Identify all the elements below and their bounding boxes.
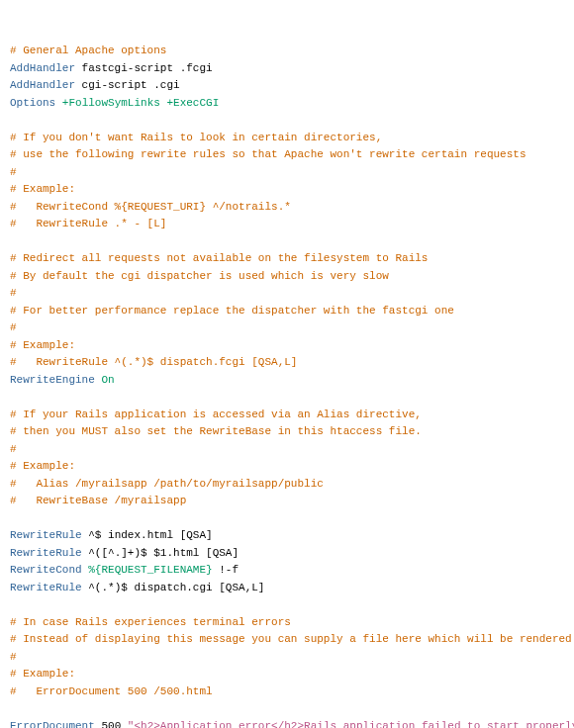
code-token: # If you don't want Rails to look in cer… — [10, 132, 382, 143]
code-line: # RewriteBase /myrailsapp — [10, 493, 564, 510]
code-token: ^$ index.html [QSA] — [82, 529, 213, 541]
code-line: # Example: — [10, 458, 564, 476]
code-line: # By default the cgi dispatcher is used … — [10, 268, 564, 286]
code-token: # then you MUST also set the RewriteBase… — [10, 425, 422, 437]
code-token: # Redirect all requests not available on… — [10, 252, 428, 264]
code-line: RewriteRule ^([^.]+)$ $1.html [QSA] — [10, 545, 564, 563]
code-token: RewriteRule — [10, 547, 82, 559]
code-token: AddHandler — [10, 62, 75, 74]
code-token: AddHandler — [10, 79, 75, 91]
code-token: # By default the cgi dispatcher is used … — [10, 270, 389, 282]
code-token: # Example: — [10, 183, 75, 195]
code-line: # Example: — [10, 181, 564, 199]
code-token: RewriteRule — [10, 582, 82, 593]
code-token: RewriteCond — [10, 564, 82, 576]
code-token: !-f — [213, 564, 239, 576]
code-line — [10, 596, 564, 614]
code-line: # use the following rewrite rules so tha… — [10, 146, 564, 164]
code-token: # — [10, 321, 17, 333]
code-token: # If your Rails application is accessed … — [10, 409, 422, 420]
code-line: AddHandler fastcgi-script .fcgi — [10, 60, 564, 78]
code-token: On — [101, 374, 114, 386]
code-token: %{REQUEST_FILENAME} — [88, 564, 212, 576]
code-line: # Example: — [10, 337, 564, 355]
code-line: # ErrorDocument 500 /500.html — [10, 683, 564, 701]
code-token: # — [10, 443, 17, 455]
code-line: # — [10, 649, 564, 667]
code-token: "<h2>Application error</h2>Rails applica… — [128, 720, 574, 729]
code-line — [10, 510, 564, 528]
code-line — [10, 112, 564, 130]
code-line: # In case Rails experiences terminal err… — [10, 614, 564, 632]
code-line — [10, 233, 564, 251]
code-line: # Redirect all requests not available on… — [10, 250, 564, 268]
code-line: # Instead of displaying this message you… — [10, 631, 564, 649]
code-line: RewriteCond %{REQUEST_FILENAME} !-f — [10, 562, 564, 580]
code-token: # Example: — [10, 460, 75, 472]
code-line: RewriteEngine On — [10, 372, 564, 390]
code-line: AddHandler cgi-script .cgi — [10, 77, 564, 95]
code-line: # — [10, 164, 564, 182]
code-token: # RewriteCond %{REQUEST_URI} ^/notrails.… — [10, 201, 291, 213]
code-line: # If your Rails application is accessed … — [10, 407, 564, 424]
code-line: RewriteRule ^$ index.html [QSA] — [10, 527, 564, 545]
code-line: Options +FollowSymLinks +ExecCGI — [10, 95, 564, 113]
code-token: # Example: — [10, 339, 75, 351]
code-token: cgi-script .cgi — [75, 79, 180, 91]
code-token: fastcgi-script .fcgi — [75, 62, 213, 74]
code-token: 500 — [95, 720, 128, 729]
code-token: # For better performance replace the dis… — [10, 305, 454, 317]
code-token — [55, 97, 62, 109]
code-line: # If you don't want Rails to look in cer… — [10, 130, 564, 147]
code-block: # General Apache optionsAddHandler fastc… — [10, 43, 564, 728]
code-token: ^(.*)$ dispatch.cgi [QSA,L] — [82, 582, 265, 593]
code-line: # RewriteCond %{REQUEST_URI} ^/notrails.… — [10, 199, 564, 217]
code-token: RewriteRule — [10, 529, 82, 541]
code-token: # — [10, 166, 17, 178]
code-line: # — [10, 441, 564, 459]
code-token: # — [10, 651, 17, 663]
code-token: ErrorDocument — [10, 720, 95, 729]
code-line — [10, 700, 564, 718]
code-line: # Alias /myrailsapp /path/to/myrailsapp/… — [10, 476, 564, 494]
code-token: # In case Rails experiences terminal err… — [10, 616, 291, 628]
code-line: # Example: — [10, 666, 564, 683]
code-token: # General Apache options — [10, 45, 166, 56]
code-line: # General Apache options — [10, 43, 564, 60]
code-token: # RewriteRule .* - [L] — [10, 218, 166, 229]
code-token: # Example: — [10, 668, 75, 680]
code-token: # RewriteRule ^(.*)$ dispatch.fcgi [QSA,… — [10, 356, 297, 368]
code-line: ErrorDocument 500 "<h2>Application error… — [10, 718, 564, 729]
code-token: # Instead of displaying this message you… — [10, 633, 574, 645]
code-token: # ErrorDocument 500 /500.html — [10, 685, 213, 697]
code-line: RewriteRule ^(.*)$ dispatch.cgi [QSA,L] — [10, 580, 564, 597]
code-line: # RewriteRule .* - [L] — [10, 216, 564, 233]
code-token: # RewriteBase /myrailsapp — [10, 495, 186, 506]
code-token: RewriteEngine — [10, 374, 95, 386]
code-line: # — [10, 319, 564, 337]
code-line: # RewriteRule ^(.*)$ dispatch.fcgi [QSA,… — [10, 354, 564, 372]
code-token: Options — [10, 97, 55, 109]
code-token: # — [10, 287, 17, 299]
code-token: # use the following rewrite rules so tha… — [10, 148, 526, 160]
code-line: # For better performance replace the dis… — [10, 303, 564, 320]
code-line: # — [10, 285, 564, 303]
code-token: +FollowSymLinks +ExecCGI — [62, 97, 219, 109]
code-token: # Alias /myrailsapp /path/to/myrailsapp/… — [10, 478, 324, 490]
code-line: # then you MUST also set the RewriteBase… — [10, 423, 564, 441]
code-token: ^([^.]+)$ $1.html [QSA] — [82, 547, 239, 559]
code-line — [10, 389, 564, 407]
